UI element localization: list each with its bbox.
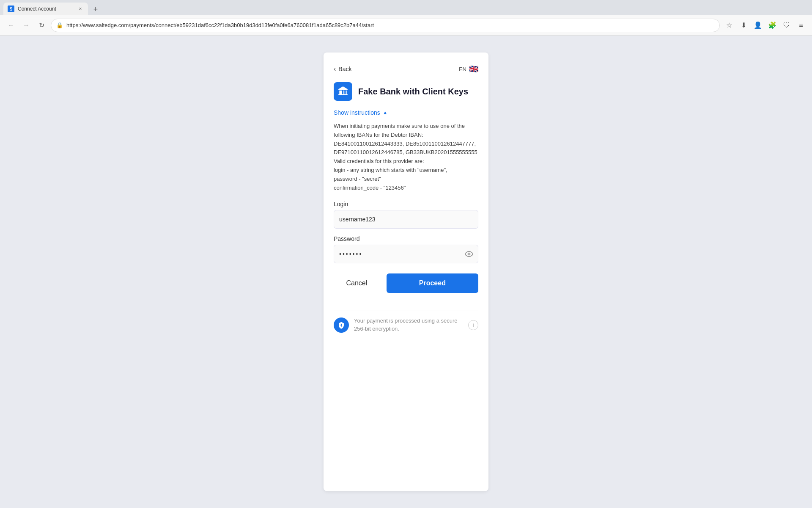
svg-point-0: [466, 252, 473, 257]
bank-name: Fake Bank with Client Keys: [358, 87, 468, 97]
reload-button[interactable]: ↻: [36, 19, 47, 31]
login-input[interactable]: [334, 210, 478, 229]
profile-button[interactable]: 👤: [752, 19, 764, 31]
tab-bar: S Connect Account × +: [0, 0, 812, 15]
url-text: https://www.saltedge.com/payments/connec…: [66, 22, 714, 28]
menu-button[interactable]: ≡: [795, 19, 807, 31]
tab-close-button[interactable]: ×: [77, 6, 84, 12]
password-wrapper: [334, 245, 478, 263]
security-shield-icon: [334, 318, 349, 333]
pocket-button[interactable]: ⬇: [738, 19, 749, 31]
browser-toolbar: ← → ↻ 🔒 https://www.saltedge.com/payment…: [0, 15, 812, 36]
new-tab-button[interactable]: +: [90, 3, 102, 15]
shield-lock-icon: [337, 321, 345, 329]
form-actions: Cancel Proceed: [334, 273, 478, 293]
instructions-box: When initiating payments make sure to us…: [334, 122, 478, 192]
bank-header: Fake Bank with Client Keys: [334, 82, 478, 101]
svg-point-1: [468, 253, 470, 255]
cancel-button[interactable]: Cancel: [334, 273, 380, 293]
back-arrow-icon: ‹: [334, 65, 336, 73]
proceed-button[interactable]: Proceed: [387, 273, 478, 293]
connect-card: ‹ Back EN 🇬🇧 Fake Bank with Client Keys: [324, 52, 488, 491]
instructions-arrow-icon: ▲: [383, 110, 388, 116]
back-label: Back: [338, 66, 351, 72]
language-selector[interactable]: EN 🇬🇧: [459, 64, 478, 74]
password-input[interactable]: [334, 245, 478, 263]
toolbar-right: ☆ ⬇ 👤 🧩 🛡 ≡: [723, 19, 807, 31]
back-button[interactable]: ←: [5, 19, 17, 31]
toggle-password-button[interactable]: [465, 250, 473, 258]
back-link[interactable]: ‹ Back: [334, 65, 351, 73]
lang-text: EN: [459, 66, 466, 72]
security-lock-icon: 🔒: [56, 22, 63, 28]
tab-title: Connect Account: [18, 6, 74, 12]
password-label: Password: [334, 235, 478, 242]
eye-icon: [465, 250, 473, 258]
star-button[interactable]: ☆: [723, 19, 735, 31]
address-bar[interactable]: 🔒 https://www.saltedge.com/payments/conn…: [51, 19, 720, 32]
show-instructions-toggle[interactable]: Show instructions ▲: [334, 109, 478, 116]
show-instructions-label: Show instructions: [334, 109, 380, 116]
bank-building-icon: [337, 86, 348, 97]
tab-favicon: S: [8, 6, 14, 12]
active-tab: S Connect Account ×: [3, 3, 88, 15]
login-label: Login: [334, 201, 478, 207]
shield-button[interactable]: 🛡: [781, 19, 793, 31]
security-footer: Your payment is processed using a secure…: [334, 310, 478, 334]
browser-frame: S Connect Account × + ← → ↻ 🔒 https://ww…: [0, 0, 812, 508]
card-header: ‹ Back EN 🇬🇧: [334, 64, 478, 74]
security-text: Your payment is processed using a secure…: [354, 317, 463, 332]
info-button[interactable]: i: [468, 320, 478, 330]
login-field-group: Login: [334, 201, 478, 229]
instructions-text: When initiating payments make sure to us…: [334, 123, 477, 191]
extensions-button[interactable]: 🧩: [766, 19, 778, 31]
forward-button[interactable]: →: [20, 19, 32, 31]
page-content: ‹ Back EN 🇬🇧 Fake Bank with Client Keys: [0, 36, 812, 508]
password-field-group: Password: [334, 235, 478, 263]
bank-icon: [334, 82, 352, 101]
flag-icon: 🇬🇧: [469, 64, 478, 74]
